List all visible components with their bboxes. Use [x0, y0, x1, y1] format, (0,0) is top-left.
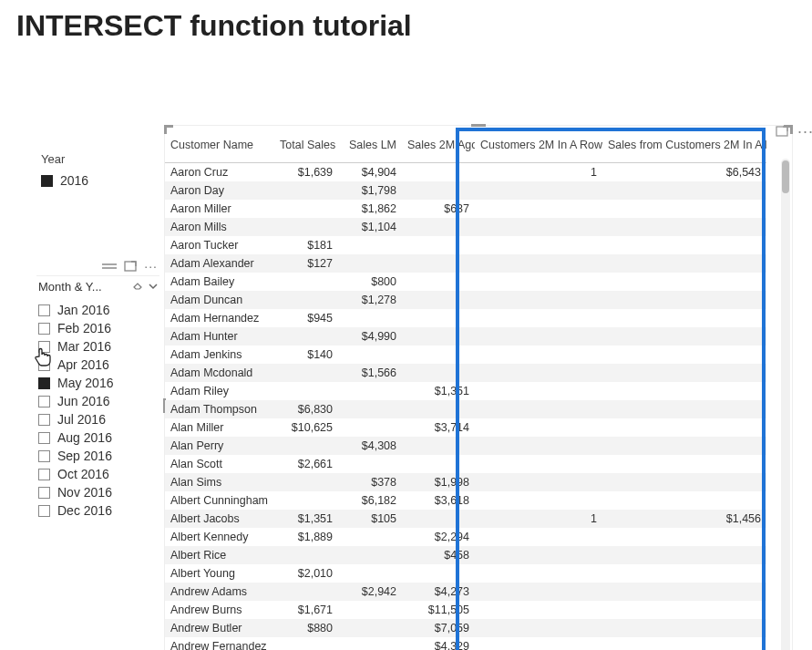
vertical-scrollbar[interactable] — [781, 159, 790, 650]
month-slicer-header[interactable]: Month & Y... — [36, 276, 159, 297]
checkbox-icon[interactable] — [38, 414, 50, 426]
table-row[interactable]: Aaron Cruz$1,639$4,9041$6,543 — [165, 163, 766, 182]
checkbox-icon[interactable] — [38, 450, 50, 462]
more-options-icon[interactable]: ··· — [144, 259, 158, 273]
table-header-row: Customer Name Total Sales Sales LM Sales… — [165, 133, 766, 163]
table-cell: 1 — [475, 510, 602, 528]
table-cell — [475, 181, 602, 200]
table-cell — [602, 346, 766, 364]
table-cell: Albert Jacobs — [165, 510, 274, 528]
scrollbar-thumb[interactable] — [782, 160, 789, 193]
month-item[interactable]: Jun 2016 — [36, 392, 159, 410]
checkbox-icon[interactable] — [38, 377, 50, 389]
table-row[interactable]: Andrew Butler$880$7,059 — [165, 619, 766, 637]
table-cell: Adam Thompson — [165, 400, 274, 418]
table-cell — [274, 546, 338, 564]
table-cell — [274, 181, 338, 200]
table-cell: Albert Cunningham — [165, 491, 274, 510]
col-header[interactable]: Total Sales — [274, 133, 338, 163]
table-cell — [602, 327, 766, 346]
checkbox-icon[interactable] — [38, 396, 50, 408]
table-row[interactable]: Andrew Fernandez$4,329 — [165, 637, 766, 650]
table-cell — [602, 382, 766, 400]
table-row[interactable]: Adam Bailey$800 — [165, 273, 766, 291]
checkbox-icon[interactable] — [41, 175, 53, 187]
table-row[interactable]: Albert Jacobs$1,351$1051$1,456 — [165, 510, 766, 528]
checkbox-icon[interactable] — [38, 487, 50, 499]
table-row[interactable]: Adam Mcdonald$1,566 — [165, 364, 766, 382]
month-item[interactable]: Mar 2016 — [36, 337, 159, 356]
month-item-label: Jan 2016 — [57, 303, 110, 317]
table-row[interactable]: Adam Riley$1,351 — [165, 382, 766, 400]
table-cell — [475, 601, 602, 619]
table-row[interactable]: Adam Hernandez$945 — [165, 309, 766, 327]
table-row[interactable]: Adam Duncan$1,278 — [165, 291, 766, 309]
table-row[interactable]: Aaron Miller$1,862$637 — [165, 200, 766, 218]
month-item[interactable]: Sep 2016 — [36, 447, 159, 465]
table-row[interactable]: Alan Miller$10,625$3,714 — [165, 418, 766, 437]
col-header[interactable]: Customer Name — [165, 133, 274, 163]
table-cell — [338, 418, 402, 437]
month-item[interactable]: Apr 2016 — [36, 356, 159, 374]
table-cell: Alan Scott — [165, 455, 274, 473]
table-cell: Aaron Day — [165, 181, 274, 200]
more-options-icon[interactable]: ··· — [797, 122, 812, 141]
table-row[interactable]: Alan Perry$4,308 — [165, 437, 766, 455]
table-row[interactable]: Andrew Burns$1,671$11,505 — [165, 601, 766, 619]
table-cell — [475, 528, 602, 546]
checkbox-icon[interactable] — [38, 359, 50, 371]
table-cell: $945 — [274, 309, 338, 327]
table-cell: $2,942 — [338, 583, 402, 601]
month-item[interactable]: Aug 2016 — [36, 428, 159, 447]
page-title: INTERSECT function tutorial — [0, 0, 812, 52]
table-cell — [475, 637, 602, 650]
table-row[interactable]: Albert Kennedy$1,889$2,294 — [165, 528, 766, 546]
table-row[interactable]: Alan Scott$2,661 — [165, 455, 766, 473]
table-cell: $181 — [274, 236, 338, 254]
focus-mode-icon[interactable] — [124, 261, 137, 272]
checkbox-icon[interactable] — [38, 505, 50, 517]
checkbox-icon[interactable] — [38, 323, 50, 335]
month-item[interactable]: Jan 2016 — [36, 301, 159, 319]
table-row[interactable]: Adam Jenkins$140 — [165, 346, 766, 364]
month-item[interactable]: May 2016 — [36, 374, 159, 392]
table-row[interactable]: Aaron Tucker$181 — [165, 236, 766, 254]
table-row[interactable]: Adam Hunter$4,990 — [165, 327, 766, 346]
col-header[interactable]: Sales LM — [338, 133, 402, 163]
table-cell: Aaron Cruz — [165, 163, 274, 182]
table-cell: $1,889 — [274, 528, 338, 546]
table-row[interactable]: Albert Young$2,010 — [165, 564, 766, 583]
month-item[interactable]: Nov 2016 — [36, 483, 159, 501]
chevron-down-icon[interactable] — [149, 280, 158, 294]
table-row[interactable]: Adam Alexander$127 — [165, 254, 766, 273]
month-item[interactable]: Oct 2016 — [36, 465, 159, 483]
table-row[interactable]: Albert Rice$458 — [165, 546, 766, 564]
table-cell — [602, 418, 766, 437]
table-row[interactable]: Aaron Mills$1,104 — [165, 218, 766, 236]
table-row[interactable]: Adam Thompson$6,830 — [165, 400, 766, 418]
month-item[interactable]: Feb 2016 — [36, 319, 159, 337]
drag-handle-icon[interactable] — [102, 262, 117, 271]
table-row[interactable]: Aaron Day$1,798 — [165, 181, 766, 200]
checkbox-icon[interactable] — [38, 469, 50, 480]
checkbox-icon[interactable] — [38, 304, 50, 316]
col-header[interactable]: Customers 2M In A Row — [475, 133, 602, 163]
table-row[interactable]: Andrew Adams$2,942$4,273 — [165, 583, 766, 601]
month-item[interactable]: Jul 2016 — [36, 410, 159, 428]
table-row[interactable]: Alan Sims$378$1,998 — [165, 473, 766, 491]
col-header[interactable]: Sales from Customers 2M In A Row — [602, 133, 766, 163]
checkbox-icon[interactable] — [38, 432, 50, 444]
table-cell — [602, 181, 766, 200]
table-cell: $105 — [338, 510, 402, 528]
checkbox-icon[interactable] — [38, 341, 50, 353]
table-cell — [602, 473, 766, 491]
resize-handle-icon[interactable] — [471, 124, 486, 127]
eraser-icon[interactable] — [132, 280, 143, 294]
table-visual[interactable]: ··· Customer Name Total Sales Sales LM S… — [164, 125, 793, 650]
table-cell — [602, 291, 766, 309]
month-item-label: Mar 2016 — [57, 339, 111, 354]
year-item[interactable]: 2016 — [41, 171, 150, 190]
table-row[interactable]: Albert Cunningham$6,182$3,618 — [165, 491, 766, 510]
col-header[interactable]: Sales 2M Ago — [402, 133, 475, 163]
month-item[interactable]: Dec 2016 — [36, 501, 159, 520]
